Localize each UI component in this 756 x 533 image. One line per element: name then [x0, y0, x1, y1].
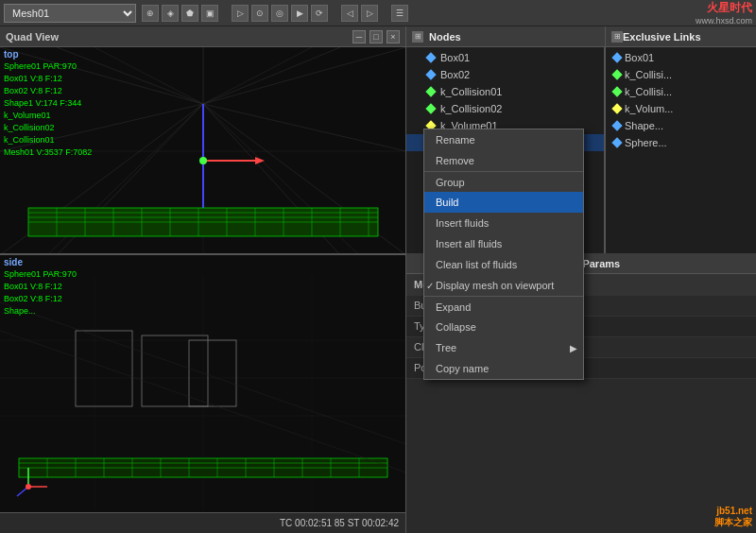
diamond-icon-1	[425, 69, 436, 79]
ctx-item-2[interactable]: Group	[424, 171, 583, 192]
diamond-icon-3	[425, 103, 436, 113]
vp-side-info-line-2: Box02 V:8 F:12	[4, 293, 77, 305]
exc-label-3: k_Volum...	[625, 103, 673, 114]
svg-rect-45	[142, 335, 208, 406]
vp-top-info-line-0: Sphere01 PAR:970	[4, 60, 92, 73]
svg-line-9	[94, 47, 203, 104]
viewport-top[interactable]: top Sphere01 PAR:970Box01 V:8 F:12Box02 …	[0, 47, 406, 255]
exc-item-4[interactable]: Shape...	[606, 117, 756, 134]
exc-label-2: k_Collisi...	[625, 86, 672, 97]
exc-diamond-4	[611, 120, 622, 130]
exclusive-list: Box01k_Collisi...k_Collisi...k_Volum...S…	[605, 47, 756, 253]
toolbar-icon-2[interactable]: ◈	[162, 5, 179, 22]
exc-diamond-1	[611, 69, 622, 79]
exclusive-icon: ⊞	[611, 31, 623, 43]
ctx-item-4[interactable]: Insert fluids	[424, 213, 583, 233]
toolbar-icon-6[interactable]: ⊙	[251, 5, 268, 22]
viewport-top-info: Sphere01 PAR:970Box01 V:8 F:12Box02 V:8 …	[4, 60, 92, 159]
mesh-dropdown[interactable]: Mesh01	[4, 4, 136, 23]
exc-item-0[interactable]: Box01	[606, 49, 756, 66]
quad-view-max[interactable]: □	[369, 30, 383, 43]
node-icon-1	[425, 69, 437, 80]
vp-side-info-line-1: Box01 V:8 F:12	[4, 281, 77, 293]
ctx-label-3: Build	[436, 197, 458, 208]
watermark-site2: www.hxsd.com	[696, 16, 752, 26]
exc-label-1: k_Collisi...	[625, 69, 672, 80]
logo-area: jb51.net 脚本之家	[714, 506, 752, 529]
node-label-3: k_Collision02	[440, 103, 502, 114]
ctx-item-6[interactable]: Clean list of fluids	[424, 254, 583, 275]
svg-point-66	[26, 484, 31, 490]
watermark-site1: 火星时代	[707, 0, 752, 16]
ctx-label-7: Display mesh on viewport	[436, 280, 554, 291]
vp-top-info-line-3: Shape1 V:174 F:344	[4, 97, 92, 110]
toolbar-icon-7[interactable]: ◎	[271, 5, 288, 22]
viewport-side-info: Sphere01 PAR:970Box01 V:8 F:12Box02 V:8 …	[4, 268, 77, 318]
viewport-top-label: top	[4, 49, 19, 60]
svg-line-6	[203, 104, 406, 151]
exc-diamond-5	[611, 137, 622, 147]
node-icon-0	[425, 52, 437, 63]
toolbar-icons: ⊕ ◈ ⬟ ▣ ▷ ⊙ ◎ ▶ ⟳ ◁ ▷ ☰	[142, 5, 408, 22]
node-item-3[interactable]: k_Collision02	[406, 100, 604, 117]
quad-view-min[interactable]: ─	[352, 30, 366, 43]
exc-diamond-2	[611, 86, 622, 96]
exc-item-1[interactable]: k_Collisi...	[606, 66, 756, 83]
quad-view-title: Quad View	[6, 31, 59, 43]
exclusive-header: ⊞ Exclusive Links	[605, 26, 756, 47]
toolbar-icon-5[interactable]: ▷	[232, 5, 249, 22]
node-item-0[interactable]: Box01	[406, 49, 604, 66]
ctx-label-1: Remove	[436, 155, 474, 166]
ctx-item-7[interactable]: ✓Display mesh on viewport	[424, 275, 583, 296]
ctx-item-5[interactable]: Insert all fluids	[424, 233, 583, 254]
ctx-label-6: Clean list of fluids	[436, 259, 517, 270]
toolbar-icon-12[interactable]: ☰	[391, 5, 408, 22]
svg-rect-43	[76, 331, 132, 406]
logo-text-1: jb51.net	[716, 506, 752, 516]
svg-line-3	[203, 47, 406, 104]
nodes-title: Nodes	[429, 31, 461, 43]
timecode-bar: TC 00:02:51 85 ST 00:02:42	[0, 512, 406, 533]
ctx-item-9[interactable]: Collapse	[424, 317, 583, 337]
toolbar-icon-10[interactable]: ◁	[341, 5, 358, 22]
toolbar-icon-11[interactable]: ▷	[361, 5, 378, 22]
toolbar-icon-3[interactable]: ⬟	[181, 5, 198, 22]
vp-top-info-line-6: k_Collision01	[4, 134, 92, 146]
exc-diamond-0	[611, 52, 622, 62]
node-item-2[interactable]: k_Collision01	[406, 83, 604, 100]
ctx-item-8[interactable]: Expand	[424, 296, 583, 317]
svg-marker-19	[255, 157, 265, 164]
node-label-2: k_Collision01	[440, 86, 502, 97]
exc-label-4: Shape...	[625, 120, 663, 131]
timecode-text: TC 00:02:51 85 ST 00:02:42	[280, 518, 399, 528]
exclusive-title: Exclusive Links	[623, 31, 701, 43]
toolbar-icon-9[interactable]: ⟳	[311, 5, 328, 22]
toolbar-icon-4[interactable]: ▣	[201, 5, 218, 22]
exc-label-0: Box01	[625, 52, 654, 63]
context-menu: RenameRemoveGroupBuildInsert fluidsInser…	[423, 129, 584, 380]
viewport-side[interactable]: side Sphere01 PAR:970Box01 V:8 F:12Box02…	[0, 255, 406, 533]
ctx-label-4: Insert fluids	[436, 217, 489, 229]
node-label-0: Box01	[440, 52, 470, 63]
checkmark-icon-7: ✓	[426, 281, 434, 291]
logo-text-2: 脚本之家	[714, 516, 752, 529]
toolbar-icon-8[interactable]: ▶	[291, 5, 308, 22]
nodes-panel: ⊞ Nodes ─ × Box01Box02k_Collision01k_Col…	[406, 26, 756, 253]
ctx-label-2: Group	[436, 177, 465, 188]
vp-side-info-line-0: Sphere01 PAR:970	[4, 268, 77, 281]
nodes-icon: ⊞	[412, 31, 423, 43]
ctx-item-1[interactable]: Remove	[424, 150, 583, 171]
quad-view: Quad View ─ □ ×	[0, 26, 406, 533]
ctx-item-0[interactable]: Rename	[424, 129, 583, 150]
exc-item-5[interactable]: Sphere...	[606, 134, 756, 151]
ctx-label-11: Copy name	[436, 363, 489, 374]
svg-point-20	[199, 157, 207, 164]
ctx-item-11[interactable]: Copy name	[424, 358, 583, 379]
ctx-item-3[interactable]: Build	[424, 192, 583, 213]
quad-view-close[interactable]: ×	[387, 30, 400, 43]
toolbar-icon-1[interactable]: ⊕	[142, 5, 159, 22]
exc-item-2[interactable]: k_Collisi...	[606, 83, 756, 100]
node-item-1[interactable]: Box02	[406, 66, 604, 83]
exc-item-3[interactable]: k_Volum...	[606, 100, 756, 117]
ctx-item-10[interactable]: Tree▶	[424, 337, 583, 358]
